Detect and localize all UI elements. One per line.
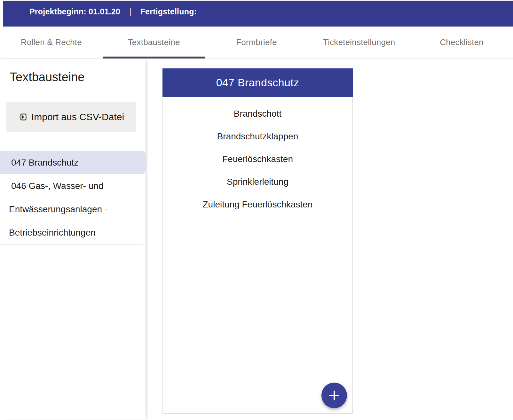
tab-textbausteine[interactable]: Textbausteine (103, 27, 205, 58)
card-item-sprinklerleitung[interactable]: Sprinklerleitung (163, 170, 352, 193)
tab-formbriefe[interactable]: Formbriefe (205, 27, 308, 58)
card-item-list: Brandschott Brandschutzklappen Feuerlösc… (163, 97, 352, 216)
card-item-brandschott[interactable]: Brandschott (163, 102, 352, 125)
card-item-feuerloeschkasten[interactable]: Feuerlöschkasten (163, 148, 352, 170)
textbaustein-list: 047 Brandschutz 046 Gas-, Wasser- und En… (0, 151, 146, 245)
tab-ticketeinstellungen[interactable]: Ticketeinstellungen (308, 27, 410, 58)
main-content: 047 Brandschutz Brandschott Brandschutzk… (146, 58, 513, 419)
list-item-047-brandschutz[interactable]: 047 Brandschutz (0, 151, 146, 174)
tab-rollen-rechte[interactable]: Rollen & Rechte (0, 27, 103, 58)
import-icon (18, 112, 28, 122)
tab-checklisten[interactable]: Checklisten (410, 27, 513, 58)
tab-bar: Rollen & Rechte Textbausteine Formbriefe… (0, 27, 513, 58)
card-item-brandschutzklappen[interactable]: Brandschutzklappen (163, 125, 352, 148)
card-title: 047 Brandschutz (162, 68, 353, 97)
list-item-046-gas-wasser[interactable]: 046 Gas-, Wasser- und Entwässerungsanlag… (0, 174, 146, 244)
plus-icon (328, 389, 341, 402)
completion-label: Fertigstellung: (140, 7, 197, 16)
import-csv-label: Import aus CSV-Datei (31, 112, 124, 122)
content-layout: Textbausteine Import aus CSV-Datei 047 B… (0, 58, 513, 419)
brandschutz-card: 047 Brandschutz Brandschott Brandschutzk… (162, 68, 353, 414)
add-textbaustein-button[interactable] (321, 383, 347, 408)
sidebar: Textbausteine Import aus CSV-Datei 047 B… (0, 58, 146, 419)
import-csv-button[interactable]: Import aus CSV-Datei (6, 102, 136, 132)
topbar: Projektbeginn: 01.01.20 | Fertigstellung… (3, 1, 513, 27)
card-item-zuleitung-feuerloeschkasten[interactable]: Zuleitung Feuerlöschkasten (163, 193, 352, 216)
topbar-separator: | (129, 7, 131, 16)
sidebar-title: Textbausteine (10, 70, 146, 84)
project-start-label: Projektbeginn: 01.01.20 (29, 7, 120, 16)
